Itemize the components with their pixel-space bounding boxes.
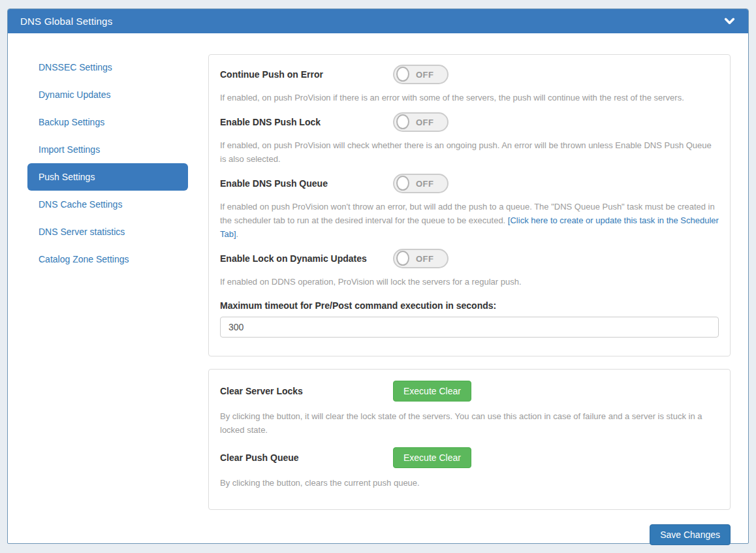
setting-row-enable-lock-on-dynamic-updates: Enable Lock on Dynamic Updates OFF <box>220 249 719 268</box>
toggle-knob-icon <box>396 114 409 129</box>
collapse-button[interactable] <box>724 16 735 27</box>
continue-push-on-error-toggle[interactable]: OFF <box>393 65 449 84</box>
page-title: DNS Global Settings <box>20 16 112 27</box>
setting-label: Enable DNS Push Lock <box>220 117 393 127</box>
setting-label: Enable Lock on Dynamic Updates <box>220 253 393 264</box>
toggle-state-label: OFF <box>416 70 434 80</box>
setting-row-enable-dns-push-queue: Enable DNS Push Queue OFF <box>220 174 719 193</box>
setting-description: If enabled, on push ProVision if there i… <box>220 91 719 104</box>
sidebar-item-label: Dynamic Updates <box>39 89 111 100</box>
push-options-card: Continue Push on Error OFF If enabled, o… <box>208 54 731 356</box>
settings-nav-sidebar: DNSSEC Settings Dynamic Updates Backup S… <box>27 54 188 273</box>
description-text: . <box>236 229 239 239</box>
sidebar-item-label: Catalog Zone Settings <box>39 254 129 264</box>
sidebar-item-dns-server-statistics[interactable]: DNS Server statistics <box>27 218 188 245</box>
setting-label: Continue Push on Error <box>220 69 393 80</box>
setting-label: Enable DNS Push Queue <box>220 178 393 189</box>
footer-actions: Save Changes <box>208 524 731 545</box>
sidebar-item-dnssec-settings[interactable]: DNSSEC Settings <box>27 54 188 81</box>
setting-row-enable-dns-push-lock: Enable DNS Push Lock OFF <box>220 112 719 132</box>
toggle-knob-icon <box>396 67 409 82</box>
clear-actions-card: Clear Server Locks Execute Clear By clic… <box>208 369 731 510</box>
sidebar-item-label: DNS Cache Settings <box>39 199 122 210</box>
timeout-input[interactable] <box>220 317 719 338</box>
enable-lock-on-dynamic-updates-toggle[interactable]: OFF <box>393 249 449 268</box>
setting-description: If enabled on DDNS operation, ProVision … <box>220 275 719 289</box>
action-description: By clicking the button, clears the curre… <box>220 476 719 490</box>
sidebar-item-label: DNS Server statistics <box>39 227 125 237</box>
clear-push-queue-button[interactable]: Execute Clear <box>393 447 471 468</box>
setting-description: If enabled, on push ProVision will check… <box>220 138 719 166</box>
action-row-clear-server-locks: Clear Server Locks Execute Clear <box>220 381 719 402</box>
toggle-knob-icon <box>396 176 409 191</box>
toggle-state-label: OFF <box>416 254 434 264</box>
sidebar-item-label: DNSSEC Settings <box>39 62 112 72</box>
toggle-state-label: OFF <box>416 179 434 189</box>
sidebar-item-backup-settings[interactable]: Backup Settings <box>27 108 188 136</box>
enable-dns-push-queue-toggle[interactable]: OFF <box>393 174 449 193</box>
save-changes-button[interactable]: Save Changes <box>650 524 731 545</box>
sidebar-item-push-settings[interactable]: Push Settings <box>27 163 188 191</box>
action-label: Clear Push Queue <box>220 452 393 463</box>
sidebar-item-label: Import Settings <box>39 144 100 155</box>
action-label: Clear Server Locks <box>220 386 393 396</box>
setting-row-continue-push-on-error: Continue Push on Error OFF <box>220 65 719 84</box>
setting-description: If enabled on push ProVision won't throw… <box>220 200 719 241</box>
toggle-knob-icon <box>396 251 409 266</box>
action-row-clear-push-queue: Clear Push Queue Execute Clear <box>220 447 719 468</box>
dns-global-settings-panel: DNS Global Settings DNSSEC Settings Dyna… <box>7 8 749 544</box>
enable-dns-push-lock-toggle[interactable]: OFF <box>393 112 449 132</box>
action-description: By clicking the button, it will clear th… <box>220 409 719 437</box>
sidebar-item-label: Push Settings <box>39 172 95 182</box>
sidebar-item-dynamic-updates[interactable]: Dynamic Updates <box>27 81 188 108</box>
timeout-field-label: Maximum timeout for Pre/Post command exe… <box>220 300 719 311</box>
sidebar-item-dns-cache-settings[interactable]: DNS Cache Settings <box>27 191 188 218</box>
panel-header: DNS Global Settings <box>8 9 748 33</box>
chevron-down-icon <box>724 16 735 27</box>
toggle-state-label: OFF <box>416 118 434 127</box>
sidebar-item-import-settings[interactable]: Import Settings <box>27 136 188 163</box>
sidebar-item-label: Backup Settings <box>39 117 104 127</box>
sidebar-item-catalog-zone-settings[interactable]: Catalog Zone Settings <box>27 245 188 273</box>
push-settings-content: Continue Push on Error OFF If enabled, o… <box>208 54 731 545</box>
clear-server-locks-button[interactable]: Execute Clear <box>393 381 471 402</box>
